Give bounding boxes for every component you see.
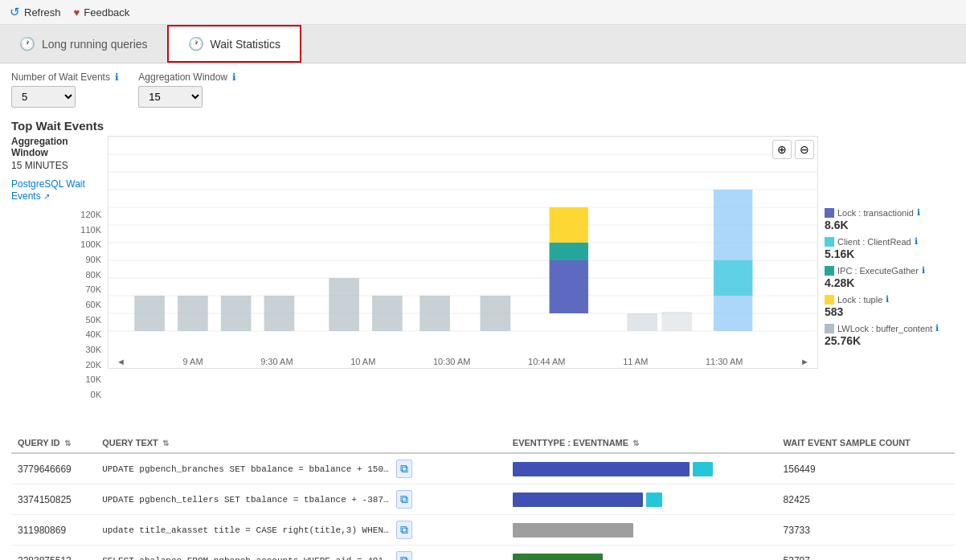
agg-window-val: 15 MINUTES	[11, 160, 101, 171]
aggregation-window-label: Aggregation Window ℹ	[138, 72, 236, 83]
zoom-out-button[interactable]: ⊖	[795, 140, 814, 159]
tab-wait-statistics-label: Wait Statistics	[211, 38, 280, 51]
cell-query-id: 3779646669	[11, 453, 96, 484]
tab-long-running-label: Long running queries	[42, 38, 148, 51]
svg-rect-15	[264, 296, 295, 331]
chart-legend: Lock : transactionid ℹ 8.6K Client : Cli…	[818, 136, 955, 419]
cell-query-text: UPDATE pgbench_tellers SET tbalance = tb…	[96, 484, 506, 514]
toolbar: ↺ Refresh ♥ Feedback	[0, 0, 966, 25]
query-text-value: update title_akasset title = CASE right(…	[102, 525, 391, 535]
agg-window-key: Aggregation Window	[11, 136, 101, 158]
zoom-controls: ⊕ ⊖	[772, 140, 814, 159]
svg-rect-16	[329, 278, 359, 331]
cell-event-bar	[506, 484, 777, 515]
svg-rect-14	[221, 296, 252, 331]
chart-title: Top Wait Events	[11, 119, 955, 133]
refresh-button[interactable]: ↺ Refresh	[10, 5, 61, 19]
cell-query-text: update title_akasset title = CASE right(…	[96, 515, 506, 545]
col-header-query-id: QUERY ID ⇅	[11, 433, 96, 453]
legend-swatch-lock-tuple	[825, 295, 834, 305]
chart-area: ⊕ ⊖	[108, 136, 818, 369]
copy-query-button[interactable]: ⧉	[396, 521, 412, 539]
postgresql-wait-events-link[interactable]: PostgreSQL Wait Events ↗	[11, 178, 85, 202]
info-icon2: ℹ	[915, 236, 918, 247]
table-row: 311980869update title_akasset title = CA…	[11, 515, 955, 546]
info-icon-agg: ℹ	[232, 72, 236, 83]
query-text-value: SELECT abalance FROM pgbench_accounts WH…	[102, 556, 391, 561]
sort-icon-query-id[interactable]: ⇅	[64, 439, 71, 448]
info-icon-num: ℹ	[115, 72, 119, 83]
sort-icon-query-text[interactable]: ⇅	[162, 439, 169, 448]
num-wait-events-label: Number of Wait Events ℹ	[11, 72, 119, 83]
svg-rect-19	[481, 296, 511, 331]
col-header-event-type: EVENTTYPE : EVENTNAME ⇅	[506, 433, 777, 453]
cell-event-bar	[506, 515, 777, 546]
svg-rect-23	[550, 207, 588, 225]
cell-wait-count: 82425	[777, 484, 955, 515]
y-axis-labels: 120K 110K 100K 90K 80K 70K 60K 50K 40K 3…	[11, 210, 101, 419]
cell-query-text: UPDATE pgbench_branches SET bbalance = b…	[96, 454, 506, 484]
refresh-label: Refresh	[24, 6, 61, 18]
svg-rect-25	[661, 312, 692, 331]
legend-item-lwlock-buffer: LWLock : buffer_content ℹ 25.76K	[825, 323, 955, 347]
feedback-icon: ♥	[74, 6, 80, 18]
copy-query-button[interactable]: ⧉	[396, 551, 412, 560]
x-axis-labels: ◄ 9 AM 9:30 AM 10 AM 10:30 AM 10:44 AM 1…	[108, 355, 817, 368]
legend-value-ipc-executegather: 4.28K	[825, 276, 955, 289]
clock-icon: 🕐	[19, 36, 35, 51]
copy-query-button[interactable]: ⧉	[396, 490, 412, 509]
legend-swatch-ipc-executegather	[825, 266, 834, 276]
cell-query-id: 3374150825	[11, 484, 96, 515]
copy-query-button[interactable]: ⧉	[396, 460, 412, 478]
table-section: QUERY ID ⇅ QUERY TEXT ⇅ EVENTTYPE : EVEN…	[0, 425, 966, 560]
zoom-in-button[interactable]: ⊕	[772, 140, 792, 159]
table-row: 2283875512SELECT abalance FROM pgbench_a…	[11, 546, 955, 561]
chart-left: Aggregation Window 15 MINUTES PostgreSQL…	[11, 136, 108, 419]
info-icon: ℹ	[917, 207, 920, 218]
table-row: 3374150825UPDATE pgbench_tellers SET tba…	[11, 484, 955, 515]
refresh-icon: ↺	[10, 5, 20, 19]
cell-wait-count: 156449	[777, 453, 955, 484]
info-icon4: ℹ	[886, 294, 889, 305]
svg-rect-12	[134, 296, 165, 331]
info-icon3: ℹ	[922, 265, 925, 276]
legend-value-lwlock-buffer: 25.76K	[825, 334, 955, 347]
svg-rect-17	[372, 296, 403, 331]
feedback-button[interactable]: ♥ Feedback	[74, 6, 130, 18]
tab-long-running[interactable]: 🕐 Long running queries	[0, 25, 167, 63]
num-wait-events-group: Number of Wait Events ℹ 5 10 15 20	[11, 72, 119, 108]
legend-item-lock-transactionid: Lock : transactionid ℹ 8.6K	[825, 207, 955, 231]
controls-row: Number of Wait Events ℹ 5 10 15 20 Aggre…	[0, 63, 966, 112]
tab-wait-statistics[interactable]: 🕐 Wait Statistics	[167, 25, 301, 63]
cell-event-bar	[506, 453, 777, 484]
legend-swatch-lwlock-buffer	[825, 324, 834, 333]
svg-rect-24	[627, 313, 657, 331]
chart-outer: Aggregation Window 15 MINUTES PostgreSQL…	[11, 136, 955, 419]
num-wait-events-select[interactable]: 5 10 15 20	[11, 86, 76, 108]
wait-clock-icon: 🕐	[188, 36, 204, 51]
external-link-icon: ↗	[43, 192, 50, 201]
svg-rect-20	[550, 260, 588, 313]
cell-query-id: 2283875512	[11, 546, 96, 561]
cell-query-text: SELECT abalance FROM pgbench_accounts WH…	[96, 546, 506, 560]
tab-bar: 🕐 Long running queries 🕐 Wait Statistics	[0, 25, 966, 63]
query-text-value: UPDATE pgbench_branches SET bbalance = b…	[102, 464, 391, 474]
aggregation-window-select[interactable]: 5 15 30 60	[138, 86, 203, 108]
col-header-query-text: QUERY TEXT ⇅	[96, 433, 506, 453]
sort-icon-event-type[interactable]: ⇅	[632, 439, 639, 448]
legend-value-lock-transactionid: 8.6K	[825, 219, 955, 231]
legend-value-client-clientread: 5.16K	[825, 247, 955, 260]
legend-swatch-lock-transactionid	[825, 208, 834, 218]
cell-wait-count: 53797	[777, 546, 955, 561]
feedback-label: Feedback	[84, 6, 129, 18]
legend-value-lock-tuple: 583	[825, 305, 955, 318]
svg-rect-18	[420, 296, 450, 331]
legend-item-lock-tuple: Lock : tuple ℹ 583	[825, 294, 955, 318]
legend-swatch-client-clientread	[825, 237, 834, 247]
legend-item-client-clientread: Client : ClientRead ℹ 5.16K	[825, 236, 955, 260]
cell-wait-count: 73733	[777, 515, 955, 546]
svg-rect-27	[714, 260, 752, 296]
chart-svg	[108, 137, 817, 349]
svg-rect-13	[178, 296, 208, 331]
svg-rect-21	[550, 243, 588, 260]
